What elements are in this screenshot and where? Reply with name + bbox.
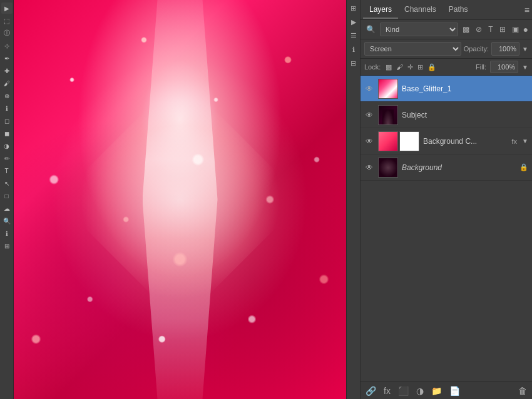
tool-zoom[interactable]: 🔍: [1, 215, 13, 226]
tool-heal[interactable]: ✚: [1, 65, 13, 76]
tool-type[interactable]: T: [1, 165, 13, 176]
layer-visibility-4[interactable]: 👁: [364, 163, 374, 173]
bottom-link-icon[interactable]: 🔗: [363, 385, 379, 397]
layer-thumb-3b-mask: [399, 131, 419, 151]
lock-transparent-btn[interactable]: ▩: [384, 63, 393, 72]
side-icon-4[interactable]: ℹ: [348, 44, 359, 55]
blend-mode-select[interactable]: Screen: [364, 42, 461, 56]
layer-visibility-3[interactable]: 👁: [364, 136, 374, 146]
tool-dodge[interactable]: ◑: [1, 140, 13, 151]
layer-fx-arrow[interactable]: ▼: [522, 138, 528, 144]
layer-thumb-2: [378, 105, 398, 125]
tool-pen[interactable]: ✏: [1, 153, 13, 164]
tab-channels[interactable]: Channels: [398, 1, 442, 19]
tab-paths[interactable]: Paths: [442, 1, 474, 19]
tool-shape[interactable]: □: [1, 190, 13, 201]
fill-label: Fill:: [476, 63, 486, 71]
layer-fx-badge: fx: [512, 138, 518, 145]
bottom-group-icon[interactable]: 📁: [429, 385, 444, 397]
blend-opacity-row: Screen Opacity: ▼: [361, 39, 532, 59]
bottom-new-layer-icon[interactable]: 📄: [447, 385, 463, 397]
tool-eraser[interactable]: ◻: [1, 115, 13, 126]
tool-hand[interactable]: ☁: [1, 203, 13, 214]
lock-label: Lock:: [364, 63, 381, 71]
tool-extra[interactable]: ⊞: [1, 240, 13, 251]
layer-thumb-3a: [378, 131, 398, 151]
vector-filter-icon[interactable]: ⊞: [498, 24, 508, 34]
bottom-delete-icon[interactable]: 🗑: [516, 385, 529, 397]
opacity-input[interactable]: [491, 42, 519, 56]
type-filter-icon[interactable]: T: [486, 24, 494, 34]
lock-position-btn[interactable]: ✛: [406, 63, 414, 72]
layer-name-3: Background C...: [423, 137, 507, 146]
tool-select[interactable]: ⬚: [1, 15, 13, 26]
adjust-filter-icon[interactable]: ⊘: [474, 24, 484, 34]
opacity-label: Opacity:: [464, 45, 489, 53]
lock-all-btn[interactable]: 🔒: [426, 63, 437, 72]
side-icons-strip: ⊞ ▶ ☰ ℹ ⊟: [346, 0, 360, 399]
layer-thumb-glitter: [379, 79, 397, 98]
side-icon-1[interactable]: ⊞: [348, 3, 359, 14]
layer-item-subject[interactable]: 👁 Subject: [361, 102, 532, 128]
layer-thumb-bg-img: [379, 158, 397, 177]
tool-brush[interactable]: 🖌: [1, 78, 13, 89]
tool-lasso[interactable]: ⓛ: [1, 28, 13, 39]
bottom-mask-icon[interactable]: ⬛: [396, 385, 411, 397]
layer-item-bg-copy[interactable]: 👁 Background C... fx ▼: [361, 128, 532, 154]
right-panel: Layers Channels Paths ≡ 🔍 Kind ▩ ⊘ T ⊞ ▣…: [360, 0, 532, 399]
layer-thumb-1: [378, 79, 398, 99]
layer-item-bg[interactable]: 👁 Background 🔒: [361, 154, 532, 181]
panel-menu-icon[interactable]: ≡: [524, 5, 529, 15]
kind-filter-row: 🔍 Kind ▩ ⊘ T ⊞ ▣ ●: [361, 20, 532, 39]
opacity-arrow[interactable]: ▼: [522, 46, 528, 53]
canvas-area: ▶ ⬚ ⓛ ⊹ ✒ ✚ 🖌 ⊕ ℹ ◻ ◼ ◑ ✏ T ↖ □ ☁ 🔍 ℹ ⊞: [0, 0, 360, 399]
side-icon-5[interactable]: ⊟: [348, 58, 359, 69]
layer-thumb-4: [378, 158, 398, 178]
canvas-image: [0, 0, 360, 399]
tool-move[interactable]: ▶: [1, 3, 13, 14]
tool-gradient[interactable]: ◼: [1, 128, 13, 139]
layers-list: 👁 Base_Glitter_1 👁 Subject 👁 Background …: [361, 76, 532, 381]
layer-thumb-pair-3: [378, 131, 419, 151]
side-icon-3[interactable]: ☰: [348, 30, 359, 41]
bottom-adjustment-icon[interactable]: ◑: [414, 385, 426, 397]
tool-path-select[interactable]: ↖: [1, 178, 13, 189]
lock-artboard-btn[interactable]: ⊞: [416, 63, 424, 72]
layer-visibility-2[interactable]: 👁: [364, 110, 374, 120]
layer-lock-4: 🔒: [519, 163, 528, 171]
lock-icons: ▩ 🖌 ✛ ⊞ 🔒: [384, 63, 437, 72]
fill-input[interactable]: [490, 61, 518, 73]
bottom-fx-icon[interactable]: fx: [381, 385, 393, 397]
glitter-stripe: [143, 0, 218, 399]
kind-select[interactable]: Kind: [380, 23, 458, 36]
lock-pixels-btn[interactable]: 🖌: [395, 63, 404, 72]
fill-arrow[interactable]: ▼: [522, 64, 528, 71]
layer-visibility-1[interactable]: 👁: [364, 84, 374, 94]
tool-crop[interactable]: ⊹: [1, 40, 13, 51]
left-toolbar: ▶ ⬚ ⓛ ⊹ ✒ ✚ 🖌 ⊕ ℹ ◻ ◼ ◑ ✏ T ↖ □ ☁ 🔍 ℹ ⊞: [0, 0, 14, 399]
tool-eyedropper[interactable]: ✒: [1, 53, 13, 64]
side-icon-2[interactable]: ▶: [348, 16, 359, 28]
panel-bottom-toolbar: 🔗 fx ⬛ ◑ 📁 📄 🗑: [361, 381, 532, 399]
layer-name-2: Subject: [402, 111, 528, 119]
layer-name-1: Base_Glitter_1: [402, 84, 528, 93]
panel-tabs: Layers Channels Paths ≡: [361, 0, 532, 20]
filter-menu-icon[interactable]: ●: [523, 24, 528, 34]
smart-filter-icon[interactable]: ▣: [510, 24, 521, 34]
tool-history[interactable]: ℹ: [1, 103, 13, 114]
tab-layers[interactable]: Layers: [363, 1, 398, 19]
pixel-filter-icon[interactable]: ▩: [461, 24, 471, 34]
layer-item-base-glitter[interactable]: 👁 Base_Glitter_1: [361, 76, 532, 102]
layer-thumb-subject-img: [379, 106, 397, 124]
lock-fill-row: Lock: ▩ 🖌 ✛ ⊞ 🔒 Fill: ▼: [361, 59, 532, 76]
filter-icon[interactable]: 🔍: [364, 24, 377, 34]
tool-clone[interactable]: ⊕: [1, 90, 13, 101]
tool-info[interactable]: ℹ: [1, 228, 13, 239]
layer-name-4: Background: [402, 163, 516, 172]
